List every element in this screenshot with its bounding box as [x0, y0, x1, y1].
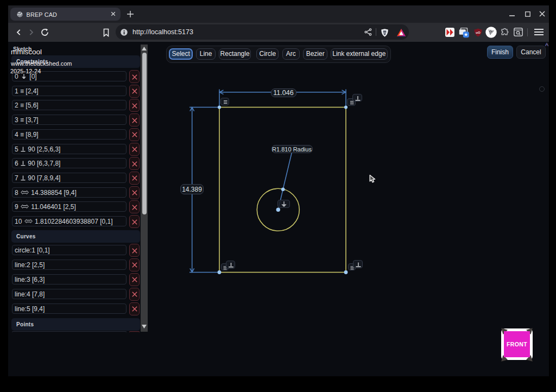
svg-text:uO: uO — [476, 31, 481, 34]
